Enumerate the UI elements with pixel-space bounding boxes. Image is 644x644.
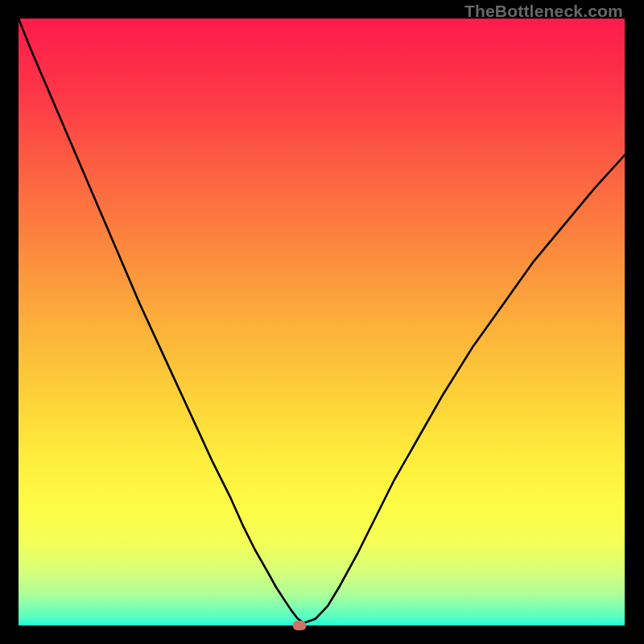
watermark-text: TheBottleneck.com	[464, 2, 623, 21]
chart-frame	[19, 19, 625, 625]
bottleneck-marker	[292, 621, 306, 630]
gradient-background	[19, 19, 625, 625]
chart-svg	[19, 19, 625, 625]
